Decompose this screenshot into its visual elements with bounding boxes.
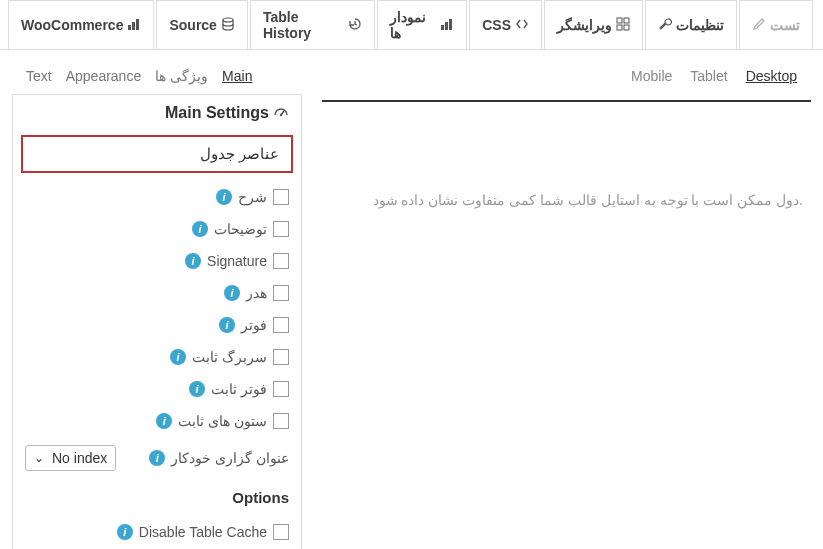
info-icon[interactable]: i [192, 221, 208, 237]
svg-rect-0 [128, 25, 131, 30]
settings-subtabs: Text Appearance ویژگی ها Main [12, 62, 302, 90]
svg-rect-4 [441, 25, 444, 30]
info-icon[interactable]: i [216, 189, 232, 205]
info-icon[interactable]: i [185, 253, 201, 269]
device-tabs: Mobile Tablet Desktop [322, 62, 811, 90]
tab-label: CSS [482, 17, 511, 33]
subtab-main[interactable]: Main [218, 66, 256, 86]
subtab-appearance[interactable]: Appearance [62, 66, 146, 86]
svg-rect-2 [136, 19, 139, 30]
row-fixed-header: i سربرگ ثابت [13, 341, 301, 373]
svg-rect-1 [132, 22, 135, 30]
row-signature: i Signature [13, 245, 301, 277]
pencil-icon [752, 17, 766, 34]
preview-content: Mobile Tablet Desktop دول ممکن است با تو… [302, 62, 811, 549]
tab-label: WooCommerce [21, 17, 123, 33]
select-value: No index [52, 450, 107, 466]
tab-source[interactable]: Source [156, 0, 247, 49]
svg-rect-8 [624, 18, 629, 23]
row-label: توضیحات [214, 221, 267, 237]
options-title: Options [13, 479, 301, 516]
svg-rect-10 [624, 25, 629, 30]
info-icon[interactable]: i [219, 317, 235, 333]
preview-note: دول ممکن است با توجه به استایل قالب شما … [322, 192, 811, 208]
checkbox-disable-cache[interactable] [273, 524, 289, 540]
tab-woocommerce[interactable]: WooCommerce [8, 0, 154, 49]
svg-rect-6 [449, 19, 452, 30]
tab-css[interactable]: CSS [469, 0, 542, 49]
section-table-elements: عناصر جدول [21, 135, 293, 173]
chart-icon [127, 17, 141, 34]
tab-label: نمودار ها [390, 9, 436, 41]
row-disable-cache: i Disable Table Cache [13, 516, 301, 548]
checkbox-header[interactable] [273, 285, 289, 301]
info-icon[interactable]: i [224, 285, 240, 301]
row-label: سربرگ ثابت [192, 349, 267, 365]
history-icon [348, 17, 362, 34]
tab-label: تست [770, 17, 800, 33]
info-icon[interactable]: i [189, 381, 205, 397]
checkbox-fixed-columns[interactable] [273, 413, 289, 429]
top-tabs: WooCommerce Source Table History نمودار … [0, 0, 823, 50]
grid-icon [616, 17, 630, 34]
tab-label: ویرایشگر [557, 17, 612, 33]
checkbox-signature[interactable] [273, 253, 289, 269]
row-label: شرح [238, 189, 267, 205]
settings-sidebar: Text Appearance ویژگی ها Main Main Setti… [12, 62, 302, 549]
panel-title: Main Settings [13, 95, 301, 131]
info-icon[interactable]: i [149, 450, 165, 466]
gauge-icon [273, 103, 289, 123]
row-fixed-columns: i ستون های ثابت [13, 405, 301, 437]
row-label: Signature [207, 253, 267, 269]
tab-label: Table History [263, 9, 344, 41]
chart-icon [440, 17, 454, 34]
device-tab-mobile[interactable]: Mobile [627, 66, 676, 86]
settings-panel[interactable]: Main Settings عناصر جدول i شرح i توضیحات… [12, 94, 302, 549]
tab-charts[interactable]: نمودار ها [377, 0, 467, 49]
info-icon[interactable]: i [170, 349, 186, 365]
row-label: فوتر ثابت [211, 381, 267, 397]
tab-test[interactable]: تست [739, 0, 813, 49]
svg-point-3 [223, 18, 233, 22]
row-footer: i فوتر [13, 309, 301, 341]
tab-settings[interactable]: تنظیمات [645, 0, 737, 49]
checkbox-caption[interactable] [273, 189, 289, 205]
row-header: i هدر [13, 277, 301, 309]
subtab-text[interactable]: Text [22, 66, 56, 86]
row-label: هدر [246, 285, 267, 301]
row-fixed-footer: i فوتر ثابت [13, 373, 301, 405]
row-label: ستون های ثابت [178, 413, 267, 429]
svg-rect-5 [445, 22, 448, 30]
row-auto-index: ⌄ No index i عنوان گزاری خودکار [13, 437, 301, 479]
info-icon[interactable]: i [156, 413, 172, 429]
device-tab-desktop[interactable]: Desktop [742, 66, 801, 86]
checkbox-description[interactable] [273, 221, 289, 237]
wrench-icon [658, 17, 672, 34]
tab-table-history[interactable]: Table History [250, 0, 375, 49]
row-description: i توضیحات [13, 213, 301, 245]
checkbox-fixed-footer[interactable] [273, 381, 289, 397]
checkbox-footer[interactable] [273, 317, 289, 333]
chevron-down-icon: ⌄ [34, 451, 44, 465]
info-icon[interactable]: i [117, 524, 133, 540]
tab-editor[interactable]: ویرایشگر [544, 0, 643, 49]
device-tab-tablet[interactable]: Tablet [686, 66, 731, 86]
tab-label: تنظیمات [676, 17, 724, 33]
checkbox-fixed-header[interactable] [273, 349, 289, 365]
row-caption: i شرح [13, 181, 301, 213]
database-icon [221, 17, 235, 34]
tab-label: Source [169, 17, 216, 33]
main-area: Text Appearance ویژگی ها Main Main Setti… [0, 50, 823, 549]
row-label: عنوان گزاری خودکار [171, 450, 289, 466]
row-label: Disable Table Cache [139, 524, 267, 540]
preview-divider [322, 100, 811, 102]
row-label: فوتر [241, 317, 267, 333]
svg-rect-7 [617, 18, 622, 23]
panel-title-text: Main Settings [165, 104, 269, 122]
svg-rect-9 [617, 25, 622, 30]
auto-index-select[interactable]: ⌄ No index [25, 445, 116, 471]
code-icon [515, 17, 529, 34]
subtab-features[interactable]: ویژگی ها [151, 66, 212, 86]
